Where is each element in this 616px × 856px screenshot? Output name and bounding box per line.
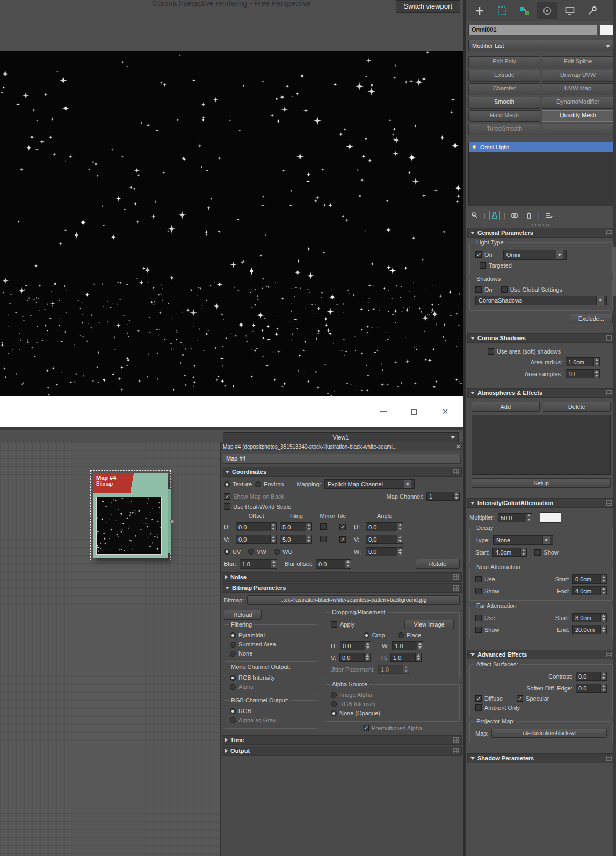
spin-up[interactable] [601,684,606,688]
effects-list[interactable] [472,415,611,475]
checkbox-box[interactable] [488,348,494,355]
spin-up[interactable] [306,535,311,540]
spinner-arrows[interactable] [271,560,277,568]
tab-modify[interactable] [492,2,512,19]
radio-alpha-as-gray[interactable]: Alpha as Gray [230,717,276,723]
map-panel-close-icon[interactable] [456,443,461,450]
modifier-button-turbosmooth[interactable]: TurboSmooth [468,124,540,135]
radio-pyramidal[interactable]: Pyramidal [230,632,265,638]
modifier-button-edit-poly[interactable]: Edit Poly [468,56,540,68]
spinner-value[interactable]: 0.0 [236,523,270,531]
rollout-output[interactable]: Output [222,746,462,756]
render-canvas[interactable] [0,51,462,396]
dropdown-arrow[interactable] [596,296,604,305]
spinner-value[interactable]: 1.0 [393,642,417,650]
checkbox-use-area-shadows[interactable]: Use area (soft) shadows [488,348,561,355]
rotate-button[interactable]: Rotate [416,559,460,569]
spin-down[interactable] [601,591,606,595]
radio-dot[interactable] [224,549,230,555]
radio-filter-none[interactable]: None [230,650,252,657]
radio-dot[interactable] [230,717,236,723]
checkbox-targeted[interactable]: Targeted [480,262,512,269]
spinner-value[interactable]: 4.0cm [573,587,600,595]
checkbox-far-show[interactable]: Show [475,627,499,633]
spinner-arrows[interactable] [270,523,276,531]
spin-down[interactable] [454,497,459,501]
radio-dot[interactable] [331,710,337,716]
spin-up[interactable] [271,523,276,527]
spinner-value[interactable]: 1.0cm [566,358,593,366]
spin-up[interactable] [601,575,606,579]
checkbox-box[interactable] [475,627,482,633]
node-header[interactable]: Map #4 Bitmap [93,473,168,493]
view-image-button[interactable]: View Image [404,620,454,629]
bitmap-node[interactable]: Map #4 Bitmap [93,473,168,558]
modifier-stack[interactable]: Omni Light [468,142,614,206]
spinner-value[interactable]: 1.0 [391,653,415,661]
modifier-button-edit-spline[interactable]: Edit Spline [542,56,614,68]
spinner-arrows[interactable] [364,653,370,661]
spin-down[interactable] [601,688,606,693]
spin-down[interactable] [345,564,351,568]
spinner-value[interactable]: 0.0cm [573,575,600,583]
blur-offset-spinner[interactable]: 0.0 [316,559,351,569]
spin-down[interactable] [601,677,606,681]
radio-place[interactable]: Place [398,632,422,638]
radio-none-opaque[interactable]: None (Opaque) [331,710,380,716]
configure-modifier-sets-icon[interactable] [543,211,554,220]
spin-down[interactable] [526,517,532,522]
spinner-arrows[interactable] [600,672,606,680]
spin-up[interactable] [306,523,311,527]
spin-down[interactable] [271,564,277,568]
spin-down[interactable] [403,670,409,674]
spinner-arrows[interactable] [593,370,599,378]
spin-up[interactable] [594,358,599,362]
spinner-value[interactable]: 10 [566,370,593,378]
spin-up[interactable] [365,642,371,646]
radio-dot[interactable] [224,481,230,487]
spinner-value[interactable]: 5.0 [280,523,306,531]
close-button[interactable] [438,406,452,418]
spin-up[interactable] [601,672,606,677]
v-offset-spinner[interactable]: 0.0 [236,535,277,544]
checkbox-box[interactable] [339,524,346,530]
u-tile-checkbox[interactable] [335,523,351,530]
spin-down[interactable] [521,552,526,557]
spinner-value[interactable]: 1.0 [379,665,403,673]
dropdown-arrow[interactable] [542,536,550,544]
map-channel-spinner[interactable]: 1 [426,492,460,501]
exclude-button[interactable]: Exclude... [570,314,613,323]
spin-up[interactable] [397,548,403,552]
spinner-arrows[interactable] [600,684,606,692]
spin-down[interactable] [365,646,371,650]
checkbox-box[interactable] [475,615,482,621]
rollout-shadow-parameters[interactable]: Shadow Parameters [467,753,615,763]
crop-v-spinner[interactable]: 0.0 [339,653,371,662]
spin-up[interactable] [397,523,403,527]
shadow-plugin-dropdown[interactable]: CoronaShadows [475,296,607,305]
light-color-swatch[interactable] [540,512,561,523]
scrollbar-thumb[interactable] [613,247,616,296]
spinner-arrows[interactable] [600,625,606,634]
spin-up[interactable] [526,514,532,518]
u-mirror-checkbox[interactable] [315,523,331,531]
checkbox-box[interactable] [475,286,482,293]
spinner-arrows[interactable] [600,614,606,622]
checkbox-box[interactable] [224,493,230,500]
u-tiling-spinner[interactable]: 5.0 [280,522,312,531]
spinner-arrows[interactable] [306,523,311,531]
map-name-field[interactable]: Map #4 [223,454,461,464]
spin-down[interactable] [601,579,606,584]
decay-start-spinner[interactable]: 4.0cm [492,548,527,557]
rollout-atmospheres-effects[interactable]: Atmospheres & Effects [467,388,615,398]
spin-up[interactable] [594,370,599,374]
spinner-arrows[interactable] [415,653,421,661]
checkbox-box[interactable] [534,549,541,556]
checkbox-near-show[interactable]: Show [475,588,499,594]
checkbox-near-use[interactable]: Use [475,576,495,582]
tab-utilities[interactable] [582,2,603,19]
radio-environ[interactable]: Environ [255,481,284,487]
projector-map-button[interactable]: ck-illustration-black-wl [491,729,607,738]
spin-up[interactable] [601,614,606,618]
checkbox-box[interactable] [320,536,327,542]
